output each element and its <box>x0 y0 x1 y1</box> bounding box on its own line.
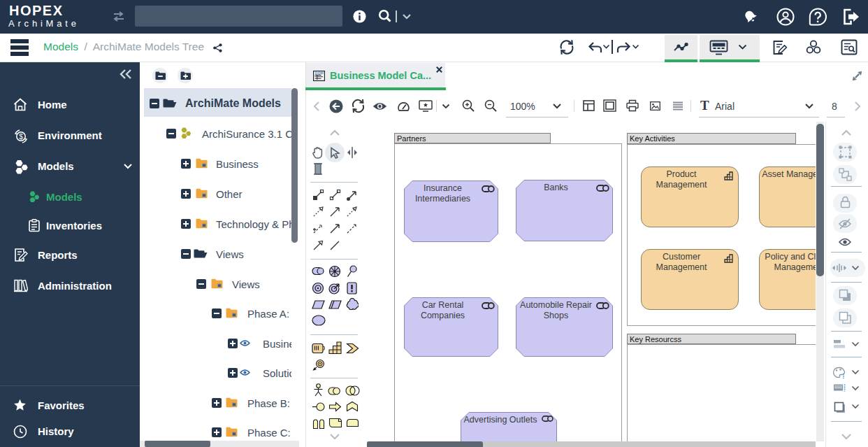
svg-text:$: $ <box>19 133 23 141</box>
